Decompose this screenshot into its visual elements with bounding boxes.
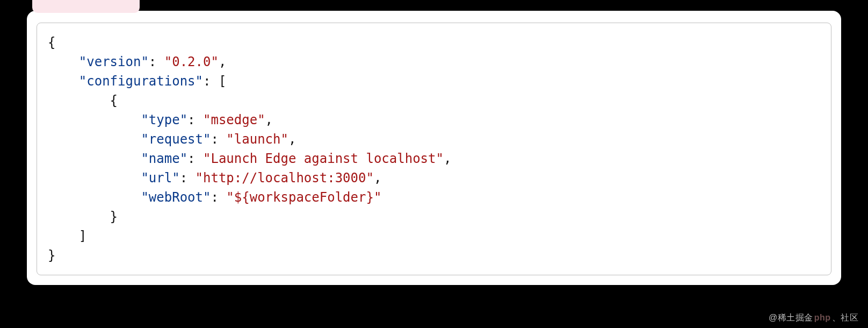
brace-open: { [48,35,55,50]
json-code-block: { "version": "0.2.0", "configurations": … [48,33,820,265]
code-card: { "version": "0.2.0", "configurations": … [27,11,841,285]
json-key-version: "version" [79,54,149,69]
watermark-prefix: @稀土掘金 [769,313,813,322]
json-key-configurations: "configurations" [79,74,203,89]
json-key-name: "name" [141,151,187,166]
watermark-php: php [814,313,831,322]
json-value-request: "launch" [226,132,288,147]
brace-open-inner: { [110,93,118,108]
json-key-type: "type" [141,112,187,127]
json-key-url: "url" [141,170,179,186]
tab-highlight [32,0,140,13]
json-value-type: "msedge" [203,112,265,127]
json-key-request: "request" [141,132,211,147]
watermark-suffix: 、社区 [832,313,859,322]
json-value-version: "0.2.0" [164,54,219,69]
json-value-name: "Launch Edge against localhost" [203,151,444,166]
bracket-open: [ [219,74,226,89]
watermark: @稀土掘金php、社区 [769,312,858,324]
json-value-webroot: "${workspaceFolder}" [226,190,381,205]
json-key-webroot: "webRoot" [141,190,211,205]
json-value-url: "http://localhost:3000" [196,170,374,186]
brace-close-inner: } [110,209,118,224]
code-frame: { "version": "0.2.0", "configurations": … [37,23,831,275]
brace-close: } [48,248,55,263]
bracket-close: ] [79,229,86,244]
